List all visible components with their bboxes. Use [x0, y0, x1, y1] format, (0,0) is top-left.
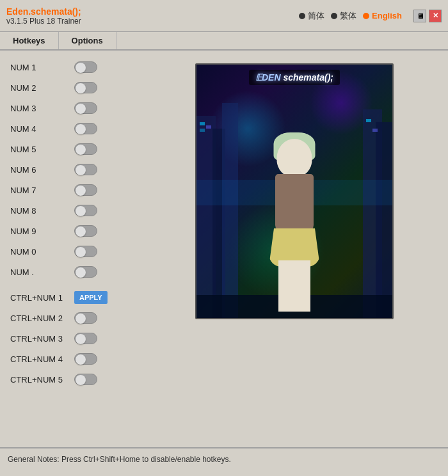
title-left: Eden.schemata(); v3.1.5 Plus 18 Trainer	[6, 6, 81, 26]
svg-rect-7	[206, 125, 211, 129]
hotkey-label-num5: NUM 5	[10, 145, 74, 154]
lang-english[interactable]: English	[363, 11, 402, 20]
toggle-knob-ctrlnum2	[76, 313, 86, 324]
status-note: General Notes: Press Ctrl+Shift+Home to …	[8, 455, 231, 464]
char-body	[275, 174, 314, 232]
menu-options[interactable]: Options	[59, 32, 116, 49]
monitor-button[interactable]: 🖥	[413, 10, 426, 22]
radio-traditional	[331, 13, 337, 19]
svg-rect-9	[372, 129, 378, 132]
toggle-num1[interactable]	[74, 61, 97, 73]
hotkey-row-ctrlnum3: CTRL+NUM 3	[0, 328, 141, 349]
hotkey-label-ctrlnum5: CTRL+NUM 5	[10, 375, 74, 385]
svg-rect-6	[200, 129, 205, 132]
toggle-ctrlnum3[interactable]	[74, 333, 97, 344]
hotkey-label-num8: NUM 8	[10, 206, 74, 216]
status-bar: General Notes: Press Ctrl+Shift+Home to …	[0, 447, 448, 470]
title-bar: Eden.schemata(); v3.1.5 Plus 18 Trainer …	[0, 0, 448, 32]
toggle-numdot[interactable]	[74, 266, 97, 278]
toggle-num6[interactable]	[74, 164, 97, 175]
toggle-knob-num3	[76, 104, 86, 114]
apply-button[interactable]: APPLY	[74, 291, 108, 304]
hotkey-row-num8: NUM 8	[0, 200, 141, 221]
image-panel: 𝔼DEN schemata();	[141, 51, 448, 447]
hotkey-label-numdot: NUM .	[10, 267, 74, 277]
hotkey-row-ctrlnum2: CTRL+NUM 2	[0, 308, 141, 328]
toggle-knob-ctrlnum3	[76, 334, 86, 344]
main-content: NUM 1NUM 2NUM 3NUM 4NUM 5NUM 6NUM 7NUM 8…	[0, 51, 448, 447]
hotkey-divider	[0, 282, 141, 287]
hotkey-label-num1: NUM 1	[10, 63, 74, 72]
hotkey-row-ctrlnum4: CTRL+NUM 4	[0, 349, 141, 369]
svg-rect-4	[376, 122, 394, 319]
toggle-knob-num0	[76, 247, 86, 257]
svg-rect-2	[222, 103, 238, 319]
toggle-knob-num4	[76, 124, 86, 134]
radio-simplified	[299, 13, 305, 19]
window-controls: 🖥 ✕	[413, 10, 442, 22]
toggle-num9[interactable]	[74, 225, 97, 237]
char-legs	[278, 260, 310, 312]
toggle-knob-num7	[76, 186, 86, 196]
toggle-knob-num5	[76, 145, 86, 155]
toggle-ctrlnum2[interactable]	[74, 312, 97, 324]
logo-schema: schemata();	[283, 72, 333, 83]
menu-bar: Hotkeys Options	[0, 32, 448, 51]
hotkey-row-ctrlnum5: CTRL+NUM 5	[0, 369, 141, 390]
toggle-num7[interactable]	[74, 184, 97, 196]
app-title: Eden.schemata();	[6, 6, 81, 17]
hotkeys-panel: NUM 1NUM 2NUM 3NUM 4NUM 5NUM 6NUM 7NUM 8…	[0, 51, 141, 447]
hotkey-row-num5: NUM 5	[0, 139, 141, 159]
toggle-num2[interactable]	[74, 82, 97, 93]
game-logo: 𝔼DEN schemata();	[249, 70, 340, 85]
title-right: 简体 繁体 English 🖥 ✕	[299, 10, 442, 22]
hotkey-label-num6: NUM 6	[10, 165, 74, 175]
hotkey-label-ctrlnum2: CTRL+NUM 2	[10, 313, 74, 323]
hotkey-row-num3: NUM 3	[0, 98, 141, 118]
hotkey-label-ctrlnum1: CTRL+NUM 1	[10, 293, 74, 303]
radio-english	[363, 13, 369, 19]
close-button[interactable]: ✕	[429, 10, 442, 22]
hotkey-row-num4: NUM 4	[0, 118, 141, 139]
toggle-knob-num9	[76, 226, 86, 237]
lang-simplified[interactable]: 简体	[299, 10, 324, 22]
lang-traditional[interactable]: 繁体	[331, 10, 356, 22]
game-image: 𝔼DEN schemata();	[195, 63, 394, 319]
hotkey-row-num6: NUM 6	[0, 159, 141, 180]
char-head	[277, 139, 312, 177]
hotkey-label-num7: NUM 7	[10, 186, 74, 195]
hotkey-label-num2: NUM 2	[10, 83, 74, 93]
toggle-knob-num1	[76, 63, 86, 73]
logo-eden: 𝔼DEN	[255, 72, 281, 83]
toggle-num0[interactable]	[74, 246, 97, 257]
svg-rect-8	[366, 119, 371, 122]
toggle-num8[interactable]	[74, 205, 97, 216]
lang-english-label: English	[372, 11, 402, 20]
menu-hotkeys[interactable]: Hotkeys	[0, 32, 59, 49]
toggle-num3[interactable]	[74, 102, 97, 114]
hotkey-row-numdot: NUM .	[0, 262, 141, 282]
toggle-num5[interactable]	[74, 143, 97, 155]
toggle-knob-ctrlnum5	[76, 375, 86, 385]
hotkey-label-num4: NUM 4	[10, 124, 74, 134]
lang-simplified-label: 简体	[308, 10, 324, 22]
hotkey-label-num9: NUM 9	[10, 226, 74, 236]
hotkey-row-num9: NUM 9	[0, 221, 141, 241]
toggle-knob-ctrlnum4	[76, 354, 86, 365]
hotkey-row-num1: NUM 1	[0, 57, 141, 77]
toggle-num4[interactable]	[74, 123, 97, 134]
hotkey-row-num7: NUM 7	[0, 180, 141, 200]
hotkey-label-num0: NUM 0	[10, 247, 74, 257]
hotkey-label-num3: NUM 3	[10, 104, 74, 113]
character	[243, 126, 346, 318]
hotkey-row-num0: NUM 0	[0, 241, 141, 262]
app-version: v3.1.5 Plus 18 Trainer	[6, 17, 81, 26]
hotkey-label-ctrlnum3: CTRL+NUM 3	[10, 334, 74, 344]
lang-traditional-label: 繁体	[340, 10, 356, 22]
hotkey-label-ctrlnum4: CTRL+NUM 4	[10, 354, 74, 364]
svg-rect-5	[200, 122, 205, 125]
toggle-ctrlnum4[interactable]	[74, 353, 97, 365]
toggle-ctrlnum5[interactable]	[74, 374, 97, 385]
toggle-knob-num8	[76, 206, 86, 216]
toggle-knob-num2	[76, 83, 86, 93]
